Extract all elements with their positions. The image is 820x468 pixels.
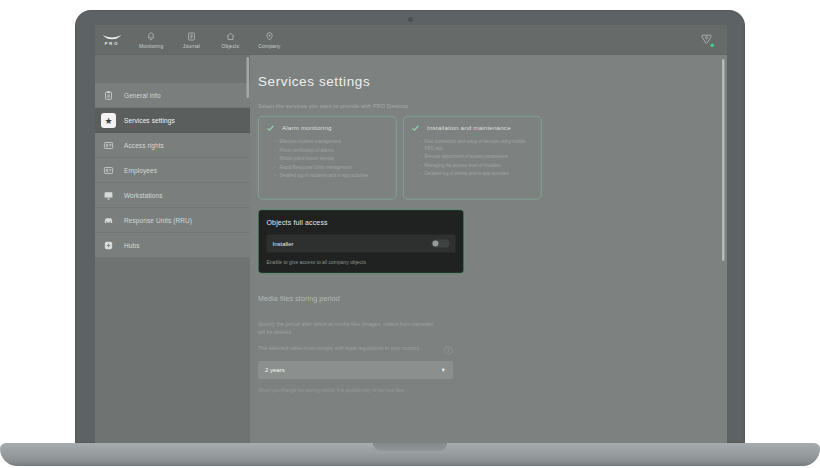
info-icon[interactable]: i [444, 346, 453, 355]
media-footnote: When you change the storing period, it i… [258, 388, 464, 394]
sidebar-item-services-settings[interactable]: ★ Services settings [95, 108, 250, 133]
pro-desktop-app: PRO Monitoring J [95, 25, 727, 443]
page-subtitle: Select the services you want to provide … [258, 103, 712, 109]
account-button[interactable] [698, 31, 715, 48]
id-card-icon [101, 138, 116, 153]
sidebar-item-response-units[interactable]: Response Units (RRU) [95, 208, 250, 233]
alarm-monitoring-card: Alarm monitoring Effective incident mana… [258, 116, 397, 200]
service-feature: Effective incident management [274, 139, 389, 146]
sidebar-item-hubs[interactable]: Hubs [95, 233, 250, 258]
bell-icon [146, 31, 156, 41]
sidebar-item-label: Employees [124, 167, 157, 175]
main-content: Services settings Select the services yo… [250, 55, 727, 443]
monitor-icon [101, 188, 116, 203]
service-feature: Managing the access level of installers [419, 162, 534, 169]
sidebar-item-label: General info [124, 92, 161, 100]
top-navbar: PRO Monitoring J [95, 25, 727, 55]
house-icon [225, 31, 235, 41]
nav-label: Monitoring [139, 43, 163, 49]
laptop-base [0, 443, 820, 466]
brand-text: PRO [105, 41, 120, 46]
media-storing-section: Media files storing period Specify the p… [258, 295, 464, 394]
objects-full-access-panel: Objects full access Installer Enable to … [258, 210, 464, 274]
media-section-title: Media files storing period [258, 295, 464, 303]
alarm-monitoring-checkbox[interactable] [266, 123, 276, 133]
star-icon: ★ [101, 113, 116, 128]
dropdown-selected-value: 2 years [265, 367, 285, 374]
service-card-title: Alarm monitoring [282, 125, 332, 132]
nav-item-monitoring[interactable]: Monitoring [139, 31, 163, 48]
sidebar-item-label: Services settings [124, 117, 175, 125]
storing-period-dropdown[interactable]: 2 years ▼ [258, 361, 453, 379]
nav-item-company[interactable]: Company [258, 31, 280, 48]
screen-viewport: PRO Monitoring J [95, 25, 727, 443]
online-status-dot [710, 43, 715, 48]
sidebar-item-access-rights[interactable]: Access rights [95, 133, 250, 158]
sidebar-item-label: Access rights [124, 142, 164, 150]
service-feature: Detailed log of incidents and in-app act… [274, 173, 389, 180]
panel-title: Objects full access [267, 218, 456, 226]
service-feature: Photo verification of alarms [274, 147, 389, 154]
sidebar-item-employees[interactable]: Employees [95, 158, 250, 183]
sidebar: General info ★ Services settings Access … [95, 55, 250, 443]
car-icon [101, 213, 116, 228]
clipboard-icon [101, 88, 116, 103]
installation-maintenance-card: Installation and maintenance Fast connec… [403, 116, 542, 200]
installer-access-toggle[interactable] [432, 240, 450, 248]
service-card-title: Installation and maintenance [427, 125, 511, 132]
toggle-knob [433, 241, 439, 247]
page: PRO Monitoring J [0, 0, 820, 468]
service-feature: Mobile panic button service [274, 156, 389, 163]
sidebar-item-workstations[interactable]: Workstations [95, 183, 250, 208]
service-feature: Rapid Response Units management [274, 164, 389, 171]
service-cards: Alarm monitoring Effective incident mana… [258, 116, 712, 200]
app-body: General info ★ Services settings Access … [95, 55, 727, 443]
nav-label: Objects [222, 43, 240, 49]
media-description: Specify the period after which all media… [258, 321, 436, 336]
sidebar-item-general-info[interactable]: General info [95, 83, 250, 108]
service-feature: Fast connection and setup of devices usi… [419, 139, 534, 152]
installer-row: Installer [267, 235, 456, 253]
service-feature: Detailed log of events and in-app activi… [419, 171, 534, 178]
installer-label: Installer [273, 240, 294, 247]
laptop-base-notch [373, 443, 447, 451]
sidebar-item-label: Response Units (RRU) [124, 217, 192, 225]
main-scrollbar[interactable] [722, 59, 725, 261]
employee-card-icon [101, 163, 116, 178]
legal-note: The selected value must comply with lega… [258, 344, 433, 352]
sidebar-item-label: Workstations [124, 192, 163, 200]
legal-note-row: The selected value must comply with lega… [258, 344, 464, 355]
service-feature: Remote adjustment of system parameters [419, 154, 534, 161]
sidebar-scrollbar[interactable] [247, 57, 250, 98]
nav-items: Monitoring Journal Objects [139, 31, 280, 48]
journal-icon [186, 31, 196, 41]
nav-label: Company [258, 43, 280, 49]
sidebar-item-label: Hubs [124, 242, 140, 250]
chevron-down-icon: ▼ [441, 367, 446, 373]
hub-plus-icon [101, 238, 116, 253]
brand-logo[interactable]: PRO [102, 34, 122, 46]
panel-caption: Enable to give access to all company obj… [267, 260, 456, 266]
pin-icon [264, 31, 274, 41]
nav-label: Journal [183, 43, 200, 49]
installation-maintenance-checkbox[interactable] [411, 123, 421, 133]
laptop-screen-frame: PRO Monitoring J [75, 10, 745, 443]
laptop-camera [408, 17, 413, 22]
brand-wings-icon [102, 34, 122, 41]
nav-item-objects[interactable]: Objects [219, 31, 241, 48]
nav-item-journal[interactable]: Journal [180, 31, 202, 48]
page-title: Services settings [258, 74, 712, 90]
